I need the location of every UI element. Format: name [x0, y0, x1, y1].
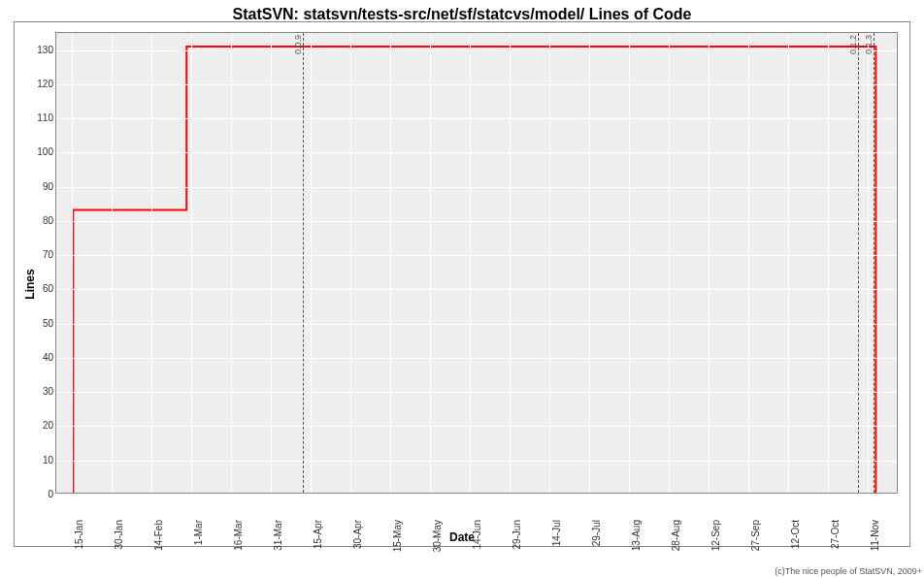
y-tick-label: 100	[32, 146, 53, 157]
y-tick-label: 70	[32, 249, 53, 260]
x-tick-label: 14-Jul	[551, 520, 562, 546]
gridline-h	[56, 50, 897, 51]
gridline-v	[828, 33, 829, 493]
x-tick-label: 14-Feb	[153, 520, 164, 551]
x-tick-label: 16-Mar	[233, 520, 244, 551]
y-tick-label: 0	[32, 489, 53, 499]
x-tick-label: 15-Apr	[313, 520, 323, 549]
gridline-h	[56, 426, 897, 427]
gridline-v	[151, 33, 152, 493]
x-tick-label: 31-Mar	[273, 520, 283, 551]
plot-area: 0.0.90.1.20.1.3	[55, 32, 898, 494]
y-tick-label: 50	[32, 317, 53, 328]
gridline-v	[629, 33, 630, 493]
x-tick-label: 30-Jan	[114, 520, 124, 550]
gridline-v	[271, 33, 272, 493]
x-tick-label: 12-Sep	[710, 520, 721, 551]
x-tick-label: 13-Aug	[631, 520, 642, 551]
x-tick-label: 12-Oct	[790, 520, 801, 549]
y-tick-label: 120	[32, 78, 53, 88]
gridline-h	[56, 495, 897, 496]
reference-line	[858, 33, 859, 493]
gridline-v	[549, 33, 550, 493]
gridline-h	[56, 289, 897, 290]
reference-label: 0.1.3	[864, 35, 874, 54]
reference-label: 0.0.9	[293, 35, 303, 54]
gridline-h	[56, 358, 897, 359]
gridline-h	[56, 461, 897, 462]
gridline-h	[56, 324, 897, 325]
gridline-h	[56, 187, 897, 188]
y-tick-label: 90	[32, 180, 53, 191]
y-tick-label: 130	[32, 44, 53, 54]
gridline-h	[56, 84, 897, 85]
y-tick-label: 80	[32, 214, 53, 225]
gridline-h	[56, 255, 897, 256]
y-tick-label: 10	[32, 454, 53, 465]
y-tick-label: 40	[32, 351, 53, 362]
gridline-v	[669, 33, 670, 493]
reference-label: 0.1.2	[848, 35, 858, 54]
gridline-v	[470, 33, 471, 493]
y-tick-label: 20	[32, 420, 53, 431]
reference-line	[303, 33, 304, 493]
x-tick-label: 29-Jul	[591, 520, 602, 546]
gridline-v	[350, 33, 351, 493]
reference-line	[874, 33, 874, 493]
footer-text: (c)The nice people of StatSVN, 2009+	[775, 566, 922, 576]
x-tick-label: 29-Jun	[512, 520, 522, 550]
data-line-layer	[56, 33, 897, 493]
x-tick-label: 27-Oct	[830, 520, 841, 549]
gridline-h	[56, 152, 897, 153]
y-tick-label: 30	[32, 386, 53, 397]
gridline-v	[390, 33, 391, 493]
x-tick-label: 14-Jun	[472, 520, 482, 550]
chart-frame: Lines Date 0.0.90.1.20.1.3 0102030405060…	[14, 21, 910, 547]
x-tick-label: 30-Apr	[352, 520, 363, 549]
y-tick-label: 110	[32, 112, 53, 123]
x-tick-label: 28-Aug	[671, 520, 681, 551]
gridline-v	[868, 33, 869, 493]
x-tick-label: 30-May	[432, 520, 443, 552]
gridline-v	[589, 33, 590, 493]
gridline-h	[56, 221, 897, 222]
gridline-v	[788, 33, 789, 493]
gridline-v	[72, 33, 73, 493]
gridline-v	[510, 33, 511, 493]
x-tick-label: 27-Sep	[750, 520, 761, 551]
gridline-h	[56, 392, 897, 393]
gridline-h	[56, 118, 897, 119]
gridline-v	[311, 33, 312, 493]
gridline-v	[709, 33, 710, 493]
gridline-v	[231, 33, 232, 493]
x-tick-label: 11-Nov	[870, 520, 880, 551]
gridline-v	[748, 33, 749, 493]
x-tick-label: 15-Jan	[74, 520, 84, 550]
gridline-v	[430, 33, 431, 493]
y-tick-label: 60	[32, 283, 53, 294]
x-tick-label: 15-May	[392, 520, 403, 552]
gridline-v	[191, 33, 192, 493]
x-tick-label: 1-Mar	[193, 520, 204, 545]
gridline-v	[112, 33, 113, 493]
